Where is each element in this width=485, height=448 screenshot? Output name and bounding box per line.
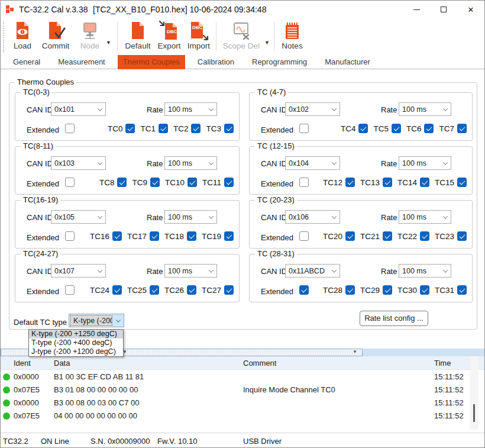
default-button[interactable]: Default (122, 21, 154, 54)
combo-dropdown-button[interactable] (439, 211, 451, 223)
channel-checkbox-tc9[interactable] (150, 178, 160, 187)
rate-combobox[interactable]: 100 ms (164, 156, 217, 170)
channel-checkbox-tc2[interactable] (191, 124, 201, 133)
channel-checkbox-tc18[interactable] (187, 231, 196, 241)
log-column-comment[interactable]: Comment (243, 359, 276, 368)
channel-checkbox-tc22[interactable] (420, 231, 429, 241)
combo-dropdown-button[interactable] (205, 211, 216, 223)
tab-manufacturer[interactable]: Manufacturer (319, 55, 376, 69)
channel-checkbox-tc1[interactable] (159, 124, 168, 133)
toolbar-grip[interactable] (3, 21, 4, 52)
rate-combobox[interactable]: 100 ms (164, 102, 217, 116)
channel-checkbox-tc16[interactable] (112, 231, 122, 241)
channel-checkbox-tc17[interactable] (150, 231, 159, 241)
can-id-combobox[interactable]: 0x11ABCD (285, 264, 340, 278)
load-button[interactable]: Load (8, 21, 37, 54)
can-id-combobox[interactable]: 0x107 (51, 264, 106, 278)
channel-checkbox-tc25[interactable] (150, 285, 159, 295)
log-row[interactable]: 0x07E5B3 01 08 00 00 00 00 00Inquire Mod… (1, 383, 484, 397)
can-id-combobox[interactable]: 0x102 (285, 102, 340, 116)
import-button[interactable]: DBC Import (185, 21, 213, 54)
rate-list-config-button[interactable]: Rate list config ... (360, 311, 428, 326)
channel-checkbox-tc19[interactable] (224, 231, 234, 241)
channel-checkbox-tc31[interactable] (457, 285, 467, 295)
default-tc-type-combobox[interactable]: K-type (-200 (69, 314, 124, 327)
extended-checkbox[interactable] (299, 231, 309, 241)
combo-dropdown-button[interactable] (205, 103, 216, 115)
combo-dropdown-button[interactable] (439, 157, 451, 169)
combo-dropdown-button[interactable] (328, 211, 340, 223)
rate-combobox[interactable]: 100 ms (399, 156, 451, 170)
combo-dropdown-button[interactable] (205, 157, 216, 169)
extended-checkbox[interactable] (299, 285, 309, 295)
log-row[interactable]: 0x0000B3 00 08 00 03 00 C7 0015:11:52 (1, 397, 484, 410)
combo-dropdown-button[interactable] (94, 103, 105, 115)
can-id-combobox[interactable]: 0x101 (51, 102, 106, 116)
log-row[interactable]: 0x0000B1 00 3C EF CD AB 11 8115:11:52 (1, 370, 484, 383)
channel-checkbox-tc14[interactable] (420, 178, 429, 187)
scrollbar-thumb[interactable] (473, 404, 475, 422)
combo-dropdown-button[interactable] (94, 157, 105, 169)
combo-dropdown-button[interactable] (328, 103, 340, 115)
can-id-combobox[interactable]: 0x105 (51, 210, 106, 224)
channel-checkbox-tc21[interactable] (383, 231, 392, 241)
extended-checkbox[interactable] (65, 178, 75, 187)
dropdown-option[interactable]: T-type (-200 +400 degC) (29, 339, 123, 347)
rate-combobox[interactable]: 100 ms (399, 102, 451, 116)
tab-calibration[interactable]: Calibration (192, 55, 240, 69)
export-button[interactable]: DBC Export (155, 21, 183, 54)
scope-dropdown-caret-icon[interactable]: ▼ (264, 40, 270, 46)
combo-dropdown-button[interactable] (94, 265, 105, 277)
tab-thermo-couples[interactable]: Thermo Couples (118, 55, 185, 69)
tab-measurement[interactable]: Measurement (53, 55, 110, 69)
channel-checkbox-tc7[interactable] (457, 124, 467, 133)
channel-checkbox-tc6[interactable] (424, 124, 434, 133)
channel-checkbox-tc8[interactable] (117, 178, 127, 187)
close-button[interactable]: ✕ (457, 1, 484, 18)
combo-dropdown-button[interactable] (112, 314, 124, 327)
channel-checkbox-tc15[interactable] (457, 178, 467, 187)
channel-checkbox-tc0[interactable] (125, 124, 135, 133)
log-column-time[interactable]: Time (434, 359, 451, 368)
extended-checkbox[interactable] (65, 124, 75, 133)
combo-dropdown-button[interactable] (328, 157, 340, 169)
rate-combobox[interactable]: 100 ms (399, 264, 451, 278)
channel-checkbox-tc4[interactable] (358, 124, 368, 133)
can-id-combobox[interactable]: 0x103 (51, 156, 106, 170)
channel-checkbox-tc11[interactable] (224, 178, 234, 187)
channel-checkbox-tc30[interactable] (420, 285, 429, 295)
maximize-button[interactable] (430, 1, 457, 18)
channel-checkbox-tc28[interactable] (345, 285, 355, 295)
channel-checkbox-tc13[interactable] (383, 178, 392, 187)
channel-checkbox-tc5[interactable] (392, 124, 401, 133)
log-column-data[interactable]: Data (54, 359, 70, 368)
extended-checkbox[interactable] (65, 231, 75, 241)
combo-dropdown-button[interactable] (94, 211, 105, 223)
log-column-ident[interactable]: Ident (14, 359, 31, 368)
tab-reprogramming[interactable]: Reprogramming (247, 55, 312, 69)
minimize-button[interactable] (403, 1, 430, 18)
dropdown-option[interactable]: J-type (-200 +1200 degC) (29, 347, 123, 356)
channel-checkbox-tc10[interactable] (187, 178, 197, 187)
extended-checkbox[interactable] (299, 124, 309, 133)
rate-combobox[interactable]: 100 ms (164, 264, 217, 278)
can-id-combobox[interactable]: 0x104 (285, 156, 340, 170)
combo-dropdown-button[interactable] (439, 265, 451, 277)
combo-dropdown-button[interactable] (205, 265, 216, 277)
node-dropdown-caret-icon[interactable]: ▼ (106, 40, 111, 46)
combo-dropdown-button[interactable] (328, 265, 340, 277)
rate-combobox[interactable]: 100 ms (399, 210, 451, 224)
combo-dropdown-button[interactable] (439, 103, 451, 115)
channel-checkbox-tc26[interactable] (187, 285, 196, 295)
channel-checkbox-tc3[interactable] (224, 124, 234, 133)
channel-checkbox-tc24[interactable] (112, 285, 122, 295)
commit-button[interactable]: Commit (38, 21, 73, 54)
notes-button[interactable]: Notes (277, 21, 307, 54)
tab-general[interactable]: General (8, 55, 46, 69)
channel-checkbox-tc29[interactable] (383, 285, 392, 295)
channel-checkbox-tc20[interactable] (345, 231, 355, 241)
channel-checkbox-tc12[interactable] (345, 178, 355, 187)
title-bar[interactable]: TC-32.2 Cal v.3.38 [TC2_XX_B10_F010.hex]… (1, 1, 484, 18)
channel-checkbox-tc23[interactable] (457, 231, 467, 241)
dropdown-option[interactable]: K-type (-200 +1250 degC) (29, 330, 123, 339)
